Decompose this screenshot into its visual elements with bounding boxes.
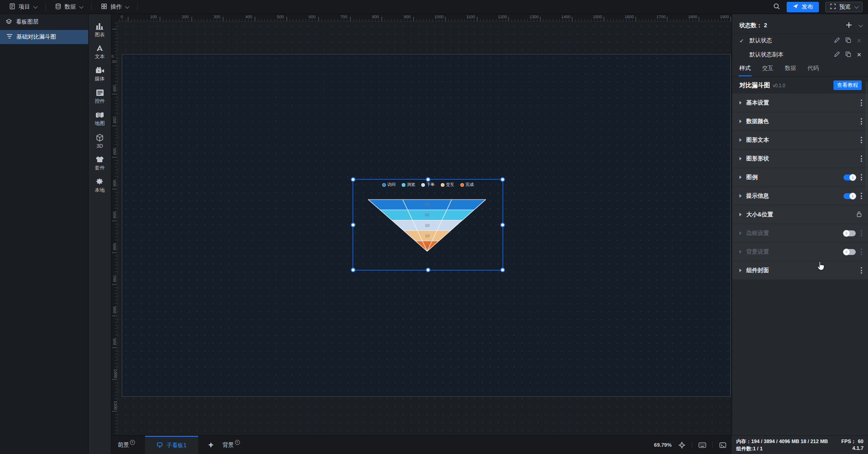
tab-数据[interactable]: 数据 bbox=[785, 65, 796, 76]
section-大小&位置[interactable]: 大小&位置 bbox=[732, 205, 868, 224]
layers-icon bbox=[5, 18, 12, 26]
collapse-states-icon[interactable] bbox=[858, 23, 863, 27]
toggle-switch[interactable]: 1 bbox=[843, 175, 856, 180]
selection-handle[interactable] bbox=[351, 177, 355, 182]
publish-button[interactable]: 发布 bbox=[787, 2, 819, 12]
expand-arrow-icon[interactable] bbox=[739, 194, 742, 198]
layer-item[interactable]: 基础对比漏斗图 bbox=[0, 30, 88, 44]
selection-handle[interactable] bbox=[351, 223, 355, 227]
tab-交互[interactable]: 交互 bbox=[762, 65, 773, 76]
toolbox-media[interactable]: 媒体 bbox=[89, 63, 111, 85]
horizontal-ruler: 0100200300400500600700800900100011001200… bbox=[117, 14, 732, 22]
panel-scrollbar[interactable] bbox=[866, 81, 868, 190]
toggle-switch[interactable]: 0 bbox=[843, 230, 856, 236]
background-button[interactable]: 背景 + bbox=[223, 441, 240, 449]
legend-item[interactable]: 交互 bbox=[441, 182, 454, 188]
toolbox-chart[interactable]: 图表 bbox=[89, 19, 111, 41]
tab-代码[interactable]: 代码 bbox=[808, 65, 819, 76]
expand-arrow-icon[interactable] bbox=[739, 157, 742, 160]
foreground-button[interactable]: 前景 + bbox=[118, 441, 135, 449]
section-图例[interactable]: 图例1 bbox=[732, 168, 868, 186]
close-icon[interactable]: ✕ bbox=[857, 37, 862, 44]
expand-arrow-icon[interactable] bbox=[739, 250, 742, 254]
legend-item[interactable]: 下单 bbox=[421, 182, 435, 188]
duplicate-icon[interactable] bbox=[845, 51, 851, 59]
section-图形文本[interactable]: 图形文本 bbox=[732, 131, 868, 149]
section-数据颜色[interactable]: 数据颜色 bbox=[732, 112, 868, 130]
more-options-icon[interactable] bbox=[861, 155, 862, 162]
expand-arrow-icon[interactable] bbox=[739, 120, 742, 123]
board-tab-label: 子看板1 bbox=[166, 442, 186, 449]
map-icon bbox=[95, 111, 104, 119]
toolbox-kit[interactable]: 套件 bbox=[89, 152, 111, 175]
more-options-icon[interactable] bbox=[861, 267, 862, 274]
toolbox-widget[interactable]: 控件 bbox=[89, 85, 111, 108]
legend-item[interactable]: 浏览 bbox=[402, 182, 415, 188]
toolbox-map[interactable]: 地图 bbox=[89, 108, 111, 130]
shortcuts-keyboard-icon[interactable] bbox=[697, 440, 708, 449]
selection-handle[interactable] bbox=[500, 177, 505, 182]
selection-handle[interactable] bbox=[500, 223, 505, 227]
more-options-icon[interactable] bbox=[861, 100, 862, 106]
selection-handle[interactable] bbox=[426, 268, 430, 272]
lock-icon[interactable] bbox=[856, 211, 862, 219]
section-边框设置[interactable]: 边框设置0 bbox=[732, 224, 868, 242]
funnel-chart: 805010105 bbox=[353, 180, 504, 271]
menu-grid[interactable]: 操作 bbox=[92, 0, 137, 14]
more-options-icon[interactable] bbox=[861, 249, 862, 255]
expand-arrow-icon[interactable] bbox=[739, 269, 742, 272]
expand-arrow-icon[interactable] bbox=[739, 231, 742, 235]
rename-icon[interactable] bbox=[834, 51, 840, 59]
more-options-icon[interactable] bbox=[861, 174, 862, 180]
funnel-chart-component[interactable]: 访问浏览下单交互完成 805010105 bbox=[353, 179, 503, 270]
expand-arrow-icon[interactable] bbox=[739, 138, 742, 142]
board-tab-active[interactable]: 子看板1 bbox=[145, 436, 198, 454]
editor-canvas[interactable]: 0100200300400500600700800900100011001200… bbox=[111, 14, 732, 435]
more-options-icon[interactable] bbox=[861, 193, 862, 199]
paper-plane-icon bbox=[793, 3, 798, 10]
menu-db[interactable]: 数据 bbox=[46, 0, 91, 14]
tutorial-button[interactable]: 查看教程 bbox=[833, 80, 862, 90]
preview-button[interactable]: 预览 bbox=[825, 2, 863, 12]
legend-item[interactable]: 完成 bbox=[460, 182, 474, 188]
expand-arrow-icon[interactable] bbox=[739, 213, 742, 216]
close-icon[interactable]: ✕ bbox=[857, 51, 862, 58]
add-state-icon[interactable] bbox=[846, 22, 852, 30]
add-background-icon[interactable]: + bbox=[235, 440, 240, 445]
search-icon[interactable] bbox=[773, 3, 780, 11]
toolbox-local[interactable]: 本地 bbox=[89, 175, 111, 197]
section-背景设置[interactable]: 背景设置0 bbox=[732, 243, 868, 261]
expand-arrow-icon[interactable] bbox=[739, 101, 742, 105]
selection-handle[interactable] bbox=[351, 268, 355, 272]
state-row[interactable]: ✓默认状态✕ bbox=[732, 34, 868, 48]
toolbox-cube[interactable]: 3D bbox=[89, 130, 111, 152]
tab-样式[interactable]: 样式 bbox=[739, 65, 751, 76]
section-提示信息[interactable]: 提示信息1 bbox=[732, 187, 868, 205]
expand-arrow-icon[interactable] bbox=[739, 175, 742, 179]
section-基本设置[interactable]: 基本设置 bbox=[732, 94, 868, 112]
section-图形形状[interactable]: 图形形状 bbox=[732, 150, 868, 168]
more-options-icon[interactable] bbox=[861, 230, 862, 236]
add-board-button[interactable]: + bbox=[208, 440, 213, 450]
toggle-switch[interactable]: 1 bbox=[843, 193, 856, 199]
selection-handle[interactable] bbox=[500, 268, 505, 272]
add-foreground-icon[interactable]: + bbox=[130, 440, 135, 445]
h-ruler-label: 300 bbox=[214, 15, 220, 19]
svg-text:50: 50 bbox=[425, 213, 429, 217]
toolbox-text[interactable]: 文本 bbox=[89, 41, 111, 63]
legend-item[interactable]: 访问 bbox=[382, 182, 396, 188]
rename-icon[interactable] bbox=[834, 37, 840, 45]
duplicate-icon[interactable] bbox=[845, 37, 851, 45]
zoom-percentage[interactable]: 69.79% bbox=[654, 442, 672, 448]
fit-screen-icon[interactable] bbox=[676, 440, 687, 449]
menu-doc[interactable]: 项目 bbox=[0, 0, 45, 14]
more-options-icon[interactable] bbox=[861, 137, 862, 143]
console-terminal-icon[interactable] bbox=[717, 440, 728, 449]
selection-handle[interactable] bbox=[426, 177, 430, 182]
state-row[interactable]: 默认状态副本✕ bbox=[732, 48, 868, 62]
section-组件封面[interactable]: 组件封面 bbox=[732, 261, 868, 279]
more-options-icon[interactable] bbox=[861, 118, 862, 125]
svg-text:80: 80 bbox=[425, 202, 429, 207]
toggle-switch[interactable]: 0 bbox=[843, 249, 856, 255]
top-menubar: 项目数据操作 发布 预览 bbox=[0, 0, 868, 14]
